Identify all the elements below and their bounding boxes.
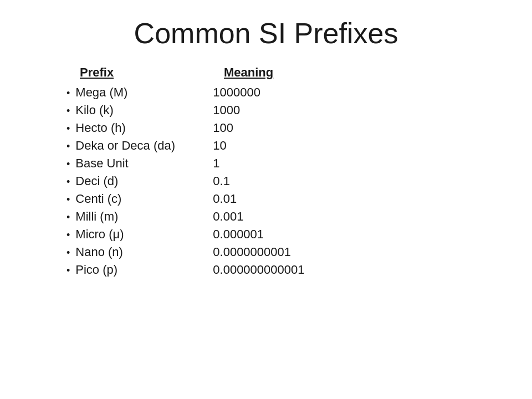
bullet-icon: • xyxy=(66,212,70,223)
item-meaning-value: 0.000000000001 xyxy=(213,263,304,277)
prefix-list: •Mega (M)1000000•Kilo (k)1000•Hecto (h)1… xyxy=(66,85,499,277)
item-meaning-value: 1 xyxy=(213,156,219,171)
bullet-icon: • xyxy=(66,123,70,135)
bullet-icon: • xyxy=(66,141,70,152)
item-meaning-value: 0.001 xyxy=(213,209,243,224)
item-meaning-value: 0.0000000001 xyxy=(213,245,291,259)
list-item: •Centi (c)0.01 xyxy=(66,192,499,206)
item-meaning-value: 0.1 xyxy=(213,174,230,188)
item-meaning-value: 1000000 xyxy=(213,85,260,100)
item-prefix-label: Pico (p) xyxy=(75,263,213,277)
table-header: Prefix Meaning xyxy=(66,65,499,80)
item-prefix-label: Base Unit xyxy=(75,156,213,171)
list-item: •Deci (d)0.1 xyxy=(66,174,499,188)
bullet-icon: • xyxy=(66,88,70,99)
bullet-icon: • xyxy=(66,194,70,206)
item-meaning-value: 0.01 xyxy=(213,192,237,206)
page-title: Common SI Prefixes xyxy=(134,17,398,50)
bullet-icon: • xyxy=(66,247,70,259)
column-header-prefix: Prefix xyxy=(80,65,224,80)
item-prefix-label: Micro (μ) xyxy=(75,227,213,242)
bullet-icon: • xyxy=(66,176,70,188)
item-meaning-value: 100 xyxy=(213,121,233,135)
item-prefix-label: Nano (n) xyxy=(75,245,213,259)
item-prefix-label: Centi (c) xyxy=(75,192,213,206)
bullet-icon: • xyxy=(66,105,70,117)
list-item: •Kilo (k)1000 xyxy=(66,103,499,117)
item-meaning-value: 0.000001 xyxy=(213,227,264,242)
item-meaning-value: 1000 xyxy=(213,103,240,117)
item-prefix-label: Mega (M) xyxy=(75,85,213,100)
item-prefix-label: Deci (d) xyxy=(75,174,213,188)
item-prefix-label: Hecto (h) xyxy=(75,121,213,135)
item-prefix-label: Milli (m) xyxy=(75,209,213,224)
list-item: •Milli (m)0.001 xyxy=(66,209,499,224)
item-meaning-value: 10 xyxy=(213,139,226,153)
list-item: •Nano (n)0.0000000001 xyxy=(66,245,499,259)
item-prefix-label: Kilo (k) xyxy=(75,103,213,117)
bullet-icon: • xyxy=(66,265,70,277)
column-header-meaning: Meaning xyxy=(224,65,273,80)
item-prefix-label: Deka or Deca (da) xyxy=(75,139,213,153)
list-item: •Base Unit1 xyxy=(66,156,499,171)
list-item: •Hecto (h)100 xyxy=(66,121,499,135)
list-item: •Mega (M)1000000 xyxy=(66,85,499,100)
list-item: •Micro (μ)0.000001 xyxy=(66,227,499,242)
list-item: •Deka or Deca (da)10 xyxy=(66,139,499,153)
bullet-icon: • xyxy=(66,229,70,241)
bullet-icon: • xyxy=(66,158,70,170)
content-area: Prefix Meaning •Mega (M)1000000•Kilo (k)… xyxy=(33,65,499,280)
list-item: •Pico (p)0.000000000001 xyxy=(66,263,499,277)
